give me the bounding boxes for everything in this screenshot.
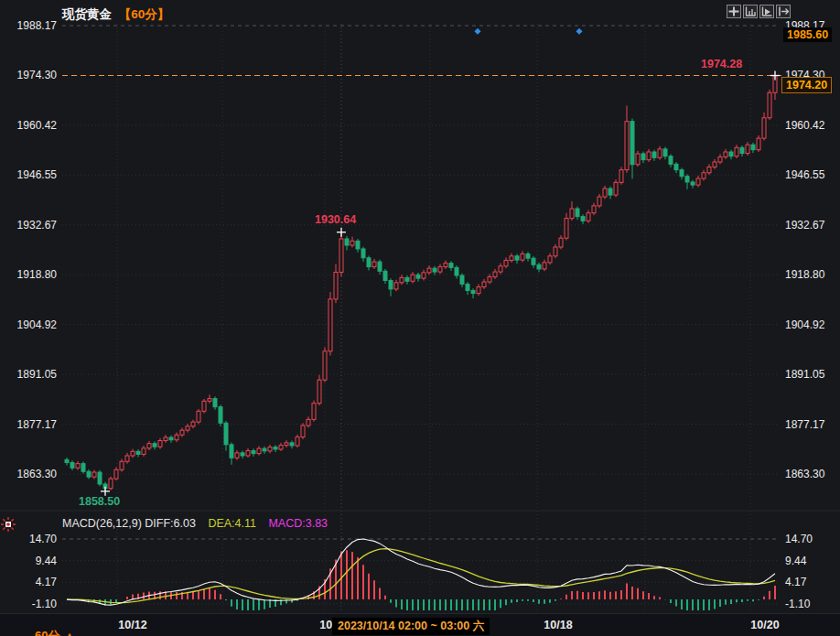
macd-axis-label-right: -1.10	[785, 598, 810, 610]
swing-high-annotation: 1930.64	[315, 213, 356, 226]
macd-axis-label-right: 4.17	[785, 576, 806, 588]
pan-right-icon[interactable]	[776, 5, 791, 18]
macd-lines	[67, 539, 775, 605]
price-axis-label-left: 1960.42	[0, 119, 57, 132]
scale-axis-play-icon[interactable]	[759, 5, 774, 18]
price-axis-label-right: 1918.80	[785, 268, 824, 281]
scale-axis-left-icon[interactable]	[743, 5, 758, 18]
upper-price-badge: 1985.60	[783, 27, 832, 42]
price-axis-label-right: 1946.55	[785, 168, 824, 181]
period-selector-label: 60分	[35, 629, 59, 636]
macd-axis-label-right: 9.44	[785, 555, 806, 567]
price-axis-label-right: 1932.67	[785, 219, 824, 232]
symbol-name: 现货黄金	[62, 7, 112, 21]
macd-settings-diff-value: MACD(26,12,9) DIFF:6.03	[62, 517, 196, 530]
live-position-icon	[1, 517, 16, 532]
macd-axis-label-right: 14.70	[785, 533, 813, 545]
chart-app: 现货黄金 【60分】 1985.60 1974.20 1974.28 1930.…	[0, 0, 840, 636]
macd-axis-label-left: -1.10	[0, 598, 57, 610]
move-icon[interactable]	[727, 5, 741, 18]
chart-title: 现货黄金 【60分】	[62, 6, 169, 23]
price-axis-label-left: 1974.30	[0, 69, 57, 81]
time-axis-label: 10/12	[107, 619, 158, 631]
macd-histogram	[67, 550, 775, 610]
macd-indicator-header: MACD(26,12,9) DIFF:6.03 DEA:4.11 MACD:3.…	[62, 517, 328, 530]
price-axis-label-left: 1904.92	[0, 318, 57, 331]
price-axis-label-right: 1904.92	[785, 318, 824, 331]
macd-axis-label-left: 9.44	[0, 555, 57, 567]
time-axis-label: 10/20	[739, 619, 791, 631]
price-chart-canvas[interactable]	[0, 0, 840, 636]
macd-axis-label-left: 4.17	[0, 576, 57, 588]
price-axis-label-right: 1960.42	[785, 119, 824, 132]
price-axis-label-left: 1863.30	[0, 468, 57, 480]
price-axis-label-left: 1877.17	[0, 418, 57, 431]
price-axis-label-right: 1877.17	[785, 418, 824, 431]
period-tag: 【60分】	[119, 7, 170, 21]
price-axis-label-left: 1891.05	[0, 368, 57, 381]
price-axis-label-left: 1918.80	[0, 268, 57, 281]
macd-grid	[62, 539, 780, 604]
period-selector-button[interactable]: 60分▲	[35, 628, 73, 636]
price-axis-label-left: 1932.67	[0, 219, 57, 232]
swing-low-annotation: 1858.50	[79, 495, 120, 508]
price-axis-label-left: 1988.17	[0, 19, 57, 32]
macd-axis-label-left: 14.70	[0, 533, 57, 545]
price-axis-label-right: 1891.05	[785, 368, 824, 381]
current-price-badge: 1974.20	[781, 77, 832, 93]
current-high-annotation: 1974.28	[701, 58, 742, 70]
candlestick-series	[65, 76, 777, 491]
time-axis-label: 10/18	[533, 619, 584, 631]
chart-toolbar	[727, 5, 791, 18]
macd-bar-value: MACD:3.83	[268, 517, 328, 530]
alert-markers	[474, 28, 582, 35]
chevron-up-icon: ▲	[65, 631, 73, 636]
price-axis-label-left: 1946.55	[0, 168, 57, 181]
extreme-point-markers	[101, 71, 780, 496]
price-axis-label-right: 1863.30	[785, 468, 824, 480]
crosshair-time-tooltip: 2023/10/14 02:00 ~ 03:00 六	[332, 618, 490, 635]
macd-dea-value: DEA:4.11	[208, 517, 256, 530]
